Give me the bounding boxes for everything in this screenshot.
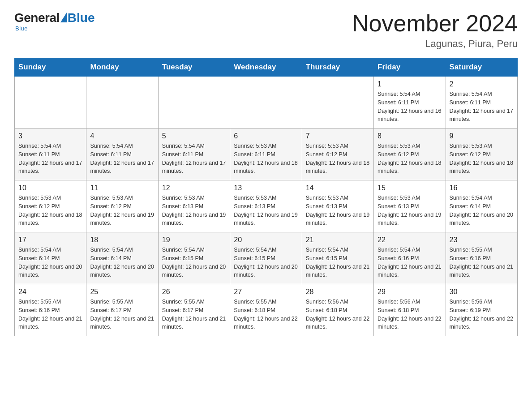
day-info: Sunrise: 5:54 AMSunset: 6:14 PMDaylight:… (450, 194, 514, 227)
day-info: Sunrise: 5:54 AMSunset: 6:11 PMDaylight:… (90, 142, 154, 176)
calendar-table: Sunday Monday Tuesday Wednesday Thursday… (14, 58, 518, 336)
page-header: General Blue Blue November 2024 Lagunas,… (14, 11, 518, 50)
title-block: November 2024 Lagunas, Piura, Peru (352, 11, 518, 50)
day-info: Sunrise: 5:53 AMSunset: 6:13 PMDaylight:… (234, 194, 298, 227)
calendar-cell: 19Sunrise: 5:54 AMSunset: 6:15 PMDayligh… (158, 232, 230, 284)
calendar-cell: 27Sunrise: 5:55 AMSunset: 6:18 PMDayligh… (230, 284, 302, 336)
day-number: 27 (234, 288, 298, 296)
day-info: Sunrise: 5:54 AMSunset: 6:11 PMDaylight:… (378, 90, 442, 124)
calendar-cell: 8Sunrise: 5:53 AMSunset: 6:12 PMDaylight… (374, 128, 446, 180)
day-number: 18 (90, 236, 154, 244)
day-info: Sunrise: 5:53 AMSunset: 6:12 PMDaylight:… (306, 142, 370, 176)
calendar-title: November 2024 (352, 11, 518, 36)
day-info: Sunrise: 5:54 AMSunset: 6:15 PMDaylight:… (162, 246, 226, 279)
calendar-cell (15, 77, 86, 128)
day-number: 12 (162, 184, 226, 192)
day-number: 2 (450, 80, 514, 88)
calendar-week-row: 17Sunrise: 5:54 AMSunset: 6:14 PMDayligh… (15, 232, 518, 284)
day-info: Sunrise: 5:54 AMSunset: 6:11 PMDaylight:… (18, 142, 82, 176)
day-info: Sunrise: 5:54 AMSunset: 6:11 PMDaylight:… (162, 142, 226, 176)
logo-subtitle: Blue (15, 25, 28, 32)
day-number: 30 (450, 288, 514, 296)
calendar-cell: 20Sunrise: 5:54 AMSunset: 6:15 PMDayligh… (230, 232, 302, 284)
calendar-body: 1Sunrise: 5:54 AMSunset: 6:11 PMDaylight… (15, 77, 518, 336)
calendar-subtitle: Lagunas, Piura, Peru (352, 38, 518, 50)
day-number: 10 (18, 184, 82, 192)
day-info: Sunrise: 5:55 AMSunset: 6:16 PMDaylight:… (18, 298, 82, 331)
calendar-cell: 11Sunrise: 5:53 AMSunset: 6:12 PMDayligh… (86, 180, 158, 232)
col-friday: Friday (374, 58, 446, 77)
calendar-week-row: 24Sunrise: 5:55 AMSunset: 6:16 PMDayligh… (15, 284, 518, 336)
day-info: Sunrise: 5:53 AMSunset: 6:13 PMDaylight:… (306, 194, 370, 227)
calendar-cell: 18Sunrise: 5:54 AMSunset: 6:14 PMDayligh… (86, 232, 158, 284)
calendar-week-row: 10Sunrise: 5:53 AMSunset: 6:12 PMDayligh… (15, 180, 518, 232)
day-number: 15 (378, 184, 442, 192)
day-info: Sunrise: 5:53 AMSunset: 6:13 PMDaylight:… (162, 194, 226, 227)
day-number: 19 (162, 236, 226, 244)
col-thursday: Thursday (302, 58, 373, 77)
day-info: Sunrise: 5:54 AMSunset: 6:15 PMDaylight:… (234, 246, 298, 279)
day-number: 1 (378, 80, 442, 88)
calendar-cell: 12Sunrise: 5:53 AMSunset: 6:13 PMDayligh… (158, 180, 230, 232)
calendar-cell (86, 77, 158, 128)
day-info: Sunrise: 5:54 AMSunset: 6:14 PMDaylight:… (18, 246, 82, 279)
day-number: 26 (162, 288, 226, 296)
calendar-cell: 1Sunrise: 5:54 AMSunset: 6:11 PMDaylight… (374, 77, 446, 128)
calendar-header: Sunday Monday Tuesday Wednesday Thursday… (15, 58, 518, 77)
day-number: 16 (450, 184, 514, 192)
day-info: Sunrise: 5:56 AMSunset: 6:19 PMDaylight:… (450, 298, 514, 331)
calendar-cell (230, 77, 302, 128)
day-info: Sunrise: 5:55 AMSunset: 6:16 PMDaylight:… (450, 246, 514, 279)
col-monday: Monday (86, 58, 158, 77)
calendar-cell (158, 77, 230, 128)
calendar-cell: 3Sunrise: 5:54 AMSunset: 6:11 PMDaylight… (15, 128, 86, 180)
day-info: Sunrise: 5:55 AMSunset: 6:17 PMDaylight:… (162, 298, 226, 331)
day-info: Sunrise: 5:54 AMSunset: 6:15 PMDaylight:… (306, 246, 370, 279)
day-number: 22 (378, 236, 442, 244)
logo-blue-text: Blue (68, 11, 95, 25)
calendar-cell: 15Sunrise: 5:53 AMSunset: 6:13 PMDayligh… (374, 180, 446, 232)
day-info: Sunrise: 5:55 AMSunset: 6:18 PMDaylight:… (234, 298, 298, 331)
day-info: Sunrise: 5:53 AMSunset: 6:12 PMDaylight:… (450, 142, 514, 176)
calendar-cell: 4Sunrise: 5:54 AMSunset: 6:11 PMDaylight… (86, 128, 158, 180)
calendar-cell: 2Sunrise: 5:54 AMSunset: 6:11 PMDaylight… (446, 77, 517, 128)
calendar-week-row: 3Sunrise: 5:54 AMSunset: 6:11 PMDaylight… (15, 128, 518, 180)
day-info: Sunrise: 5:53 AMSunset: 6:12 PMDaylight:… (378, 142, 442, 176)
day-number: 3 (18, 132, 82, 140)
day-number: 6 (234, 132, 298, 140)
day-number: 17 (18, 236, 82, 244)
day-info: Sunrise: 5:56 AMSunset: 6:18 PMDaylight:… (306, 298, 370, 331)
day-number: 11 (90, 184, 154, 192)
col-sunday: Sunday (15, 58, 86, 77)
day-info: Sunrise: 5:54 AMSunset: 6:16 PMDaylight:… (378, 246, 442, 279)
calendar-cell: 21Sunrise: 5:54 AMSunset: 6:15 PMDayligh… (302, 232, 373, 284)
calendar-cell: 22Sunrise: 5:54 AMSunset: 6:16 PMDayligh… (374, 232, 446, 284)
calendar-cell: 14Sunrise: 5:53 AMSunset: 6:13 PMDayligh… (302, 180, 373, 232)
calendar-cell: 10Sunrise: 5:53 AMSunset: 6:12 PMDayligh… (15, 180, 86, 232)
day-number: 7 (306, 132, 370, 140)
calendar-cell: 9Sunrise: 5:53 AMSunset: 6:12 PMDaylight… (446, 128, 517, 180)
day-number: 8 (378, 132, 442, 140)
day-number: 14 (306, 184, 370, 192)
day-number: 29 (378, 288, 442, 296)
day-number: 13 (234, 184, 298, 192)
day-number: 28 (306, 288, 370, 296)
day-info: Sunrise: 5:54 AMSunset: 6:11 PMDaylight:… (450, 90, 514, 124)
calendar-cell: 23Sunrise: 5:55 AMSunset: 6:16 PMDayligh… (446, 232, 517, 284)
day-info: Sunrise: 5:54 AMSunset: 6:14 PMDaylight:… (90, 246, 154, 279)
day-info: Sunrise: 5:53 AMSunset: 6:12 PMDaylight:… (90, 194, 154, 227)
day-info: Sunrise: 5:55 AMSunset: 6:17 PMDaylight:… (90, 298, 154, 331)
logo: General Blue Blue (14, 11, 94, 32)
day-number: 9 (450, 132, 514, 140)
days-of-week-row: Sunday Monday Tuesday Wednesday Thursday… (15, 58, 518, 77)
day-number: 23 (450, 236, 514, 244)
day-info: Sunrise: 5:53 AMSunset: 6:13 PMDaylight:… (378, 194, 442, 227)
calendar-cell: 30Sunrise: 5:56 AMSunset: 6:19 PMDayligh… (446, 284, 517, 336)
day-number: 4 (90, 132, 154, 140)
calendar-cell: 29Sunrise: 5:56 AMSunset: 6:18 PMDayligh… (374, 284, 446, 336)
logo-triangle-icon (60, 13, 67, 22)
day-number: 25 (90, 288, 154, 296)
calendar-cell: 6Sunrise: 5:53 AMSunset: 6:11 PMDaylight… (230, 128, 302, 180)
calendar-cell: 13Sunrise: 5:53 AMSunset: 6:13 PMDayligh… (230, 180, 302, 232)
calendar-cell: 5Sunrise: 5:54 AMSunset: 6:11 PMDaylight… (158, 128, 230, 180)
